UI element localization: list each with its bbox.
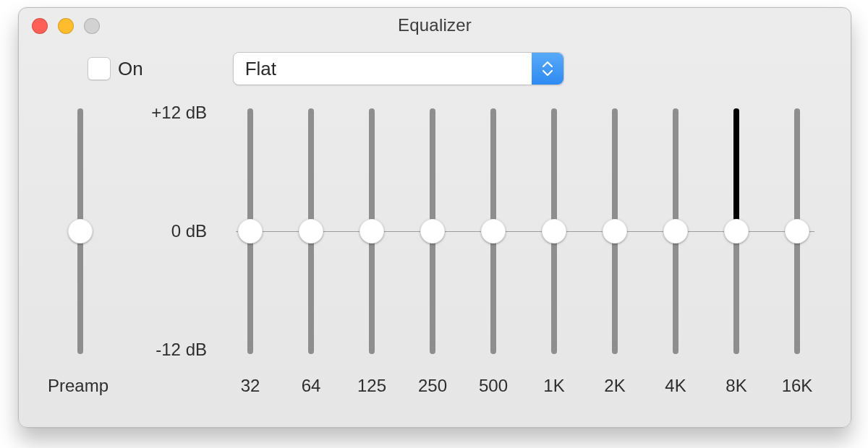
- band-slider-1K[interactable]: [540, 94, 569, 376]
- eq-area: +12 dB0 dB-12 dBPreamp32641252505001K2K4…: [19, 94, 851, 397]
- slider-thumb[interactable]: [603, 219, 627, 244]
- band-label: 1K: [532, 376, 576, 396]
- band-label: 125: [350, 376, 393, 396]
- band-slider-500[interactable]: [479, 94, 508, 376]
- preamp-label: Preamp: [48, 376, 109, 396]
- scale-label: 0 dB: [135, 221, 207, 241]
- slider-thumb[interactable]: [542, 219, 566, 244]
- scale-label: -12 dB: [135, 340, 207, 360]
- window-title: Equalizer: [398, 15, 472, 35]
- slider-thumb[interactable]: [481, 219, 506, 244]
- preset-value: Flat: [245, 58, 276, 80]
- traffic-lights: [32, 18, 100, 34]
- titlebar: Equalizer: [19, 8, 851, 43]
- band-label: 2K: [593, 376, 637, 396]
- slider-thumb[interactable]: [238, 219, 263, 244]
- preset-select[interactable]: Flat: [233, 52, 564, 85]
- band-label: 16K: [775, 376, 819, 396]
- slider-fill: [733, 108, 739, 231]
- slider-thumb[interactable]: [68, 219, 93, 244]
- band-slider-125[interactable]: [357, 94, 386, 376]
- zoom-icon: [84, 18, 100, 34]
- band-slider-64[interactable]: [297, 94, 326, 376]
- on-label: On: [118, 58, 143, 80]
- scale-label: +12 dB: [135, 103, 207, 123]
- band-slider-16K[interactable]: [783, 94, 812, 376]
- chevron-down-icon: [542, 70, 553, 76]
- slider-thumb[interactable]: [724, 219, 749, 244]
- band-label: 4K: [654, 376, 697, 396]
- preset-stepper[interactable]: [532, 53, 563, 85]
- on-checkbox[interactable]: [88, 57, 111, 80]
- slider-thumb[interactable]: [663, 219, 688, 244]
- band-slider-4K[interactable]: [661, 94, 690, 376]
- band-label: 500: [472, 376, 515, 396]
- equalizer-window: Equalizer On Flat +12 dB0 dB-12 dBPreamp…: [18, 7, 851, 428]
- band-slider-8K[interactable]: [722, 94, 751, 376]
- slider-thumb[interactable]: [785, 219, 809, 244]
- minimize-icon[interactable]: [58, 18, 74, 34]
- band-label: 250: [411, 376, 454, 396]
- slider-thumb[interactable]: [359, 219, 384, 244]
- band-slider-250[interactable]: [418, 94, 447, 376]
- slider-thumb[interactable]: [420, 219, 445, 244]
- chevron-up-icon: [542, 61, 553, 67]
- band-slider-32[interactable]: [236, 94, 265, 376]
- close-icon[interactable]: [32, 18, 48, 34]
- band-label: 8K: [715, 376, 758, 396]
- band-label: 32: [229, 376, 272, 396]
- band-label: 64: [289, 376, 333, 396]
- top-controls: On Flat: [19, 43, 851, 94]
- on-toggle[interactable]: On: [88, 57, 143, 80]
- preamp-slider[interactable]: [66, 94, 95, 376]
- band-slider-2K[interactable]: [600, 94, 629, 376]
- slider-thumb[interactable]: [299, 219, 323, 244]
